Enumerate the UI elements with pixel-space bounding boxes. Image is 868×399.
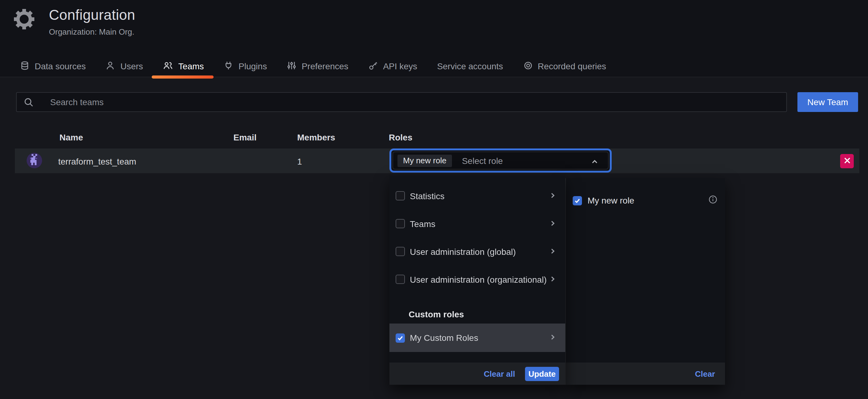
menu-item-label: User administration (organizational): [410, 274, 547, 284]
custom-roles-header: Custom roles: [409, 309, 464, 319]
tab-service-accounts[interactable]: Service accounts: [428, 55, 512, 77]
tab-label: Recorded queries: [538, 61, 606, 71]
clear-button[interactable]: Clear: [695, 369, 715, 378]
chevron-right-icon: [549, 246, 557, 257]
column-header-roles: Roles: [389, 132, 412, 142]
users-icon: [163, 60, 173, 72]
chevron-right-icon: [549, 333, 557, 343]
team-members: 1: [297, 157, 302, 166]
grafana-configuration-page: Configuration Organization: Main Org. Da…: [0, 0, 868, 399]
chevron-right-icon: [549, 219, 557, 229]
tab-plugins[interactable]: Plugins: [215, 55, 276, 77]
tab-label: API keys: [383, 61, 417, 71]
checkbox[interactable]: [396, 275, 405, 284]
tab-label: Preferences: [302, 61, 348, 71]
role-picker[interactable]: My new role Select role: [390, 148, 612, 173]
plug-icon: [224, 60, 234, 72]
tab-teams[interactable]: Teams: [154, 55, 212, 77]
chevron-up-icon[interactable]: [590, 157, 599, 169]
tab-label: Service accounts: [437, 61, 503, 71]
new-team-button[interactable]: New Team: [798, 92, 858, 112]
menu-item-teams[interactable]: Teams: [390, 210, 565, 237]
search-box: [16, 92, 787, 112]
role-menu: Statistics Teams User administration (gl…: [390, 176, 565, 385]
info-icon[interactable]: [708, 195, 718, 206]
selected-role-badge[interactable]: My new role: [398, 154, 452, 167]
team-name: terraform_test_team: [58, 157, 136, 166]
role-menu-footer: Clear all Update: [390, 363, 565, 385]
record-icon: [523, 60, 533, 72]
menu-item-user-administration-organizational[interactable]: User administration (organizational): [390, 265, 565, 293]
menu-item-user-administration-global[interactable]: User administration (global): [390, 237, 565, 265]
checkbox-checked[interactable]: [573, 196, 582, 205]
user-icon: [105, 60, 116, 72]
chevron-right-icon: [549, 274, 557, 284]
clear-all-button[interactable]: Clear all: [484, 369, 515, 378]
gear-icon: [12, 6, 36, 35]
sliders-icon: [287, 60, 297, 72]
key-icon: [368, 60, 378, 72]
tab-recorded-queries[interactable]: Recorded queries: [514, 55, 615, 77]
chevron-right-icon: [549, 191, 557, 201]
delete-team-button[interactable]: [840, 154, 854, 168]
tab-label: Data sources: [35, 61, 86, 71]
column-header-members: Members: [297, 132, 335, 142]
database-icon: [20, 60, 30, 72]
page-subtitle: Organization: Main Org.: [49, 27, 134, 36]
search-icon: [24, 97, 34, 110]
menu-item-label: User administration (global): [410, 246, 516, 257]
checkbox[interactable]: [396, 247, 405, 256]
checkbox[interactable]: [396, 219, 405, 228]
tab-bar: Data sources Users Teams Plugins Prefere…: [11, 55, 617, 77]
search-input[interactable]: [50, 93, 781, 111]
team-avatar: [27, 153, 42, 168]
role-picker-placeholder: Select role: [462, 156, 503, 165]
tab-label: Users: [120, 61, 143, 71]
submenu-item-label: My new role: [588, 196, 634, 205]
submenu-item-my-new-role[interactable]: My new role: [566, 191, 725, 210]
tab-label: Plugins: [239, 61, 267, 71]
menu-item-label: Teams: [410, 219, 435, 229]
role-picker-input: My new role Select role: [393, 152, 609, 169]
role-submenu-footer: Clear: [566, 363, 725, 385]
tab-users[interactable]: Users: [97, 55, 152, 77]
update-button[interactable]: Update: [525, 367, 559, 381]
checkbox[interactable]: [396, 191, 405, 200]
column-header-email: Email: [234, 132, 257, 142]
close-icon: [843, 157, 850, 166]
tab-api-keys[interactable]: API keys: [360, 55, 426, 77]
role-submenu: My new role Clear: [565, 178, 725, 385]
checkbox-checked[interactable]: [396, 333, 405, 342]
tab-data-sources[interactable]: Data sources: [11, 55, 94, 77]
tab-preferences[interactable]: Preferences: [278, 55, 357, 77]
menu-item-label: Statistics: [410, 191, 444, 201]
menu-item-label: My Custom Roles: [410, 333, 478, 343]
page-title: Configuration: [49, 7, 135, 24]
column-header-name: Name: [59, 132, 83, 142]
menu-item-my-custom-roles[interactable]: My Custom Roles: [390, 324, 565, 352]
tab-label: Teams: [178, 61, 204, 71]
menu-item-statistics[interactable]: Statistics: [390, 182, 565, 210]
